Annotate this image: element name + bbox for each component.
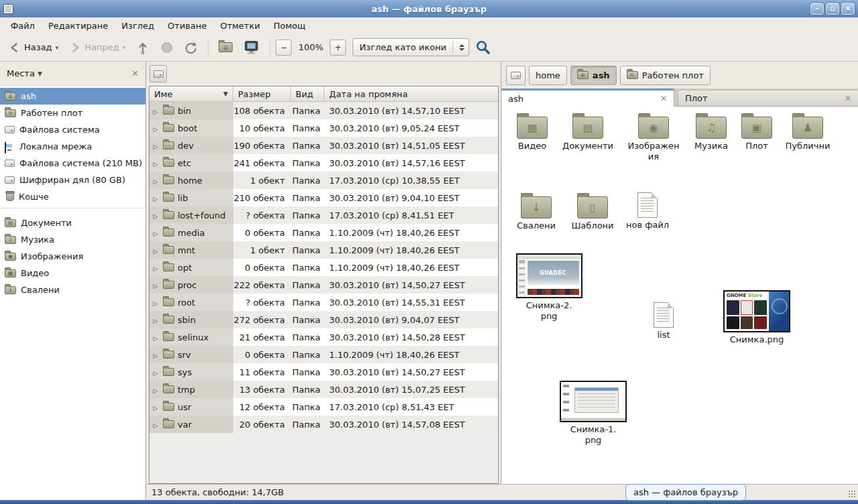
maximize-button[interactable] xyxy=(826,3,839,15)
menu-go[interactable]: Отиване xyxy=(161,19,213,32)
expander-icon[interactable] xyxy=(151,141,160,151)
expander-icon[interactable] xyxy=(151,245,160,255)
table-row[interactable]: dev190 обектаПапка30.03.2010 (вт) 14,51,… xyxy=(149,137,498,154)
table-row[interactable]: tmp13 обектаПапка30.03.2010 (вт) 15,07,2… xyxy=(149,381,498,398)
table-row[interactable]: lib210 обектаПапка30.03.2010 (вт) 9,04,1… xyxy=(149,189,498,206)
column-header-type[interactable]: Вид xyxy=(291,86,324,101)
up-button[interactable] xyxy=(131,37,154,58)
table-row[interactable]: etc241 обектаПапка30.03.2010 (вт) 14,57,… xyxy=(149,154,498,172)
table-row[interactable]: opt0 обектаПапка1.10.2009 (чт) 18,40,26 … xyxy=(149,259,498,276)
tab-close-icon[interactable]: ✕ xyxy=(660,94,667,103)
stop-button[interactable] xyxy=(156,37,178,58)
sidebar-item-downloads[interactable]: ↓ Свалени xyxy=(0,281,145,298)
expander-icon[interactable] xyxy=(151,263,160,273)
folder-item-public[interactable]: ♟ Публични xyxy=(778,112,838,151)
back-button[interactable]: Назад ▾ xyxy=(4,37,63,58)
expander-icon[interactable] xyxy=(151,367,160,377)
sidebar-item-filesystem[interactable]: Файлова система xyxy=(0,121,145,138)
tab-plot[interactable]: Плот ✕ xyxy=(678,90,858,106)
expander-icon[interactable] xyxy=(151,228,160,238)
table-row[interactable]: home1 обектПапка17.03.2010 (ср) 10,38,55… xyxy=(149,172,498,189)
expander-icon[interactable] xyxy=(151,123,160,133)
table-row[interactable]: bin108 обектаПапка30.03.2010 (вт) 14,57,… xyxy=(149,102,498,119)
back-dropdown-icon[interactable]: ▾ xyxy=(56,44,59,51)
sidebar-item-encrypted-80gb[interactable]: Шифриран дял (80 GB) xyxy=(0,172,145,188)
table-row[interactable]: lost+found? обектаПапка17.03.2010 (ср) 8… xyxy=(149,206,498,224)
sidebar-item-pictures[interactable]: ◉ Изображения xyxy=(0,248,145,265)
table-row[interactable]: boot10 обектаПапка30.03.2010 (вт) 9,05,2… xyxy=(149,119,498,137)
sidebar-item-network[interactable]: Локална мрежа xyxy=(0,138,145,155)
menu-help[interactable]: Помощ xyxy=(267,19,312,32)
close-button[interactable] xyxy=(841,3,855,15)
image-item-shot[interactable]: GNOME Store Снимка.png xyxy=(719,290,794,345)
resize-grip[interactable] xyxy=(848,490,857,499)
expander-icon[interactable] xyxy=(151,280,160,290)
zoom-out-button[interactable]: − xyxy=(275,40,292,56)
tab-ash[interactable]: ash ✕ xyxy=(501,88,674,107)
expander-icon[interactable] xyxy=(151,332,160,342)
table-row[interactable]: sys11 обектаПапка30.03.2010 (вт) 14,50,2… xyxy=(149,363,498,381)
column-header-name[interactable]: Име ▼ xyxy=(149,86,233,101)
menu-file[interactable]: Файл xyxy=(4,19,42,32)
folder-item-templates[interactable]: ▯ Шаблони xyxy=(564,192,621,231)
breadcrumb-desktop-button[interactable]: ▫ Работен плот xyxy=(620,66,711,85)
menu-view[interactable]: Изглед xyxy=(115,19,161,32)
titlebar[interactable]: ash — файлов браузър xyxy=(0,0,858,17)
tree-root-button[interactable] xyxy=(149,65,167,82)
search-button[interactable] xyxy=(471,37,496,58)
expander-icon[interactable] xyxy=(151,350,160,360)
menu-edit[interactable]: Редактиране xyxy=(42,19,115,32)
file-item-list[interactable]: list xyxy=(635,300,692,340)
column-header-size[interactable]: Размер xyxy=(233,86,291,101)
table-row[interactable]: sbin272 обектаПапка30.03.2010 (вт) 9,04,… xyxy=(149,311,498,328)
table-row[interactable]: var20 обектаПапка30.03.2010 (вт) 14,57,0… xyxy=(149,416,498,433)
sidebar-item-desktop[interactable]: ▫ Работен плот xyxy=(0,105,145,121)
expander-icon[interactable] xyxy=(151,193,160,203)
sidebar-item-documents[interactable]: ▤ Документи xyxy=(0,214,145,231)
image-item-shot2[interactable]: GUADEC Снимка-2.png xyxy=(510,253,588,322)
table-row[interactable]: mnt1 обектПапка1.10.2009 (чт) 18,40,26 E… xyxy=(149,241,498,259)
sidebar-close-icon[interactable]: ✕ xyxy=(131,68,139,78)
expander-icon[interactable] xyxy=(151,176,160,186)
minimize-button[interactable] xyxy=(810,3,824,15)
expander-icon[interactable] xyxy=(151,106,160,116)
sidebar-item-video[interactable]: ▦ Видео xyxy=(0,265,145,281)
folder-item-documents[interactable]: ▤ Документи xyxy=(558,112,617,151)
column-header-date[interactable]: Дата на промяна xyxy=(324,86,498,101)
breadcrumb-current-button[interactable]: ⌂ ash xyxy=(570,66,617,85)
zoom-in-button[interactable]: + xyxy=(330,40,346,56)
expander-icon[interactable] xyxy=(151,210,160,220)
sidebar-title[interactable]: Места xyxy=(7,68,35,78)
expander-icon[interactable] xyxy=(151,315,160,325)
sidebar-item-home[interactable]: ⌂ ash xyxy=(0,88,145,105)
menu-bookmarks[interactable]: Отметки xyxy=(213,19,266,32)
chevron-down-icon[interactable]: ▼ xyxy=(38,70,42,77)
expander-icon[interactable] xyxy=(151,402,160,412)
computer-button[interactable] xyxy=(239,37,264,58)
breadcrumb-root-button[interactable] xyxy=(506,66,526,85)
sidebar-item-music[interactable]: ♪ Музика xyxy=(0,231,145,248)
icon-view[interactable]: ▦ Видео ▤ Документи ◉ Изображения ♫ xyxy=(501,107,858,484)
breadcrumb-home-button[interactable]: home xyxy=(529,66,567,85)
table-row[interactable]: selinux21 обектаПапка30.03.2010 (вт) 14,… xyxy=(149,328,498,346)
table-row[interactable]: root? обектаПапка30.03.2010 (вт) 14,55,3… xyxy=(149,294,498,311)
folder-item-pictures[interactable]: ◉ Изображения xyxy=(623,112,684,162)
expander-icon[interactable] xyxy=(151,420,160,430)
expander-icon[interactable] xyxy=(151,158,160,168)
reload-button[interactable] xyxy=(180,37,202,58)
file-item-newfile[interactable]: нов файл xyxy=(619,190,676,231)
folder-item-desktop[interactable]: ▣ Плот xyxy=(729,112,785,151)
tab-close-icon[interactable]: ✕ xyxy=(845,94,851,103)
expander-icon[interactable] xyxy=(151,385,160,395)
table-row[interactable]: srv0 обектаПапка1.10.2009 (чт) 18,40,26 … xyxy=(149,346,498,363)
view-mode-select[interactable]: Изглед като икони xyxy=(353,38,469,56)
folder-item-downloads[interactable]: ↓ Свалени xyxy=(508,192,564,231)
folder-item-video[interactable]: ▦ Видео xyxy=(504,112,560,151)
table-row[interactable]: usr12 обектаПапка17.03.2010 (ср) 8,51,43… xyxy=(149,398,498,416)
table-row[interactable]: media0 обектаПапка1.10.2009 (чт) 18,40,2… xyxy=(149,224,498,241)
expander-icon[interactable] xyxy=(151,298,160,308)
forward-button[interactable]: Напред ▾ xyxy=(64,37,130,58)
table-row[interactable]: proc222 обектаПапка30.03.2010 (вт) 14,50… xyxy=(149,276,498,294)
image-item-shot1[interactable]: Снимка-1.png xyxy=(556,381,631,446)
home-button[interactable]: ⌂ xyxy=(214,37,237,58)
